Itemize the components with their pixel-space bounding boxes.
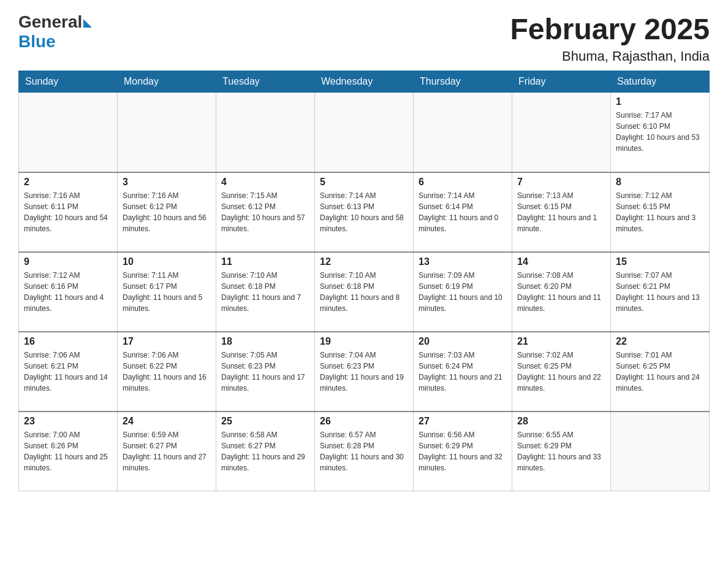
calendar-day-cell: 7Sunrise: 7:13 AMSunset: 6:15 PMDaylight… [512,172,611,252]
day-number: 5 [320,177,408,188]
day-number: 3 [123,177,211,188]
day-number: 14 [517,256,605,267]
calendar-day-cell: 1Sunrise: 7:17 AMSunset: 6:10 PMDaylight… [611,93,710,172]
calendar-day-cell: 11Sunrise: 7:10 AMSunset: 6:18 PMDayligh… [216,252,315,332]
day-of-week-header: Tuesday [216,71,315,93]
day-info: Sunrise: 7:07 AMSunset: 6:21 PMDaylight:… [616,270,704,314]
day-of-week-header: Monday [118,71,216,93]
day-number: 17 [123,336,211,347]
calendar-day-cell: 23Sunrise: 7:00 AMSunset: 6:26 PMDayligh… [19,412,118,491]
page-header: General Blue February 2025 Bhuma, Rajast… [18,12,710,64]
day-number: 26 [320,416,408,427]
day-info: Sunrise: 7:12 AMSunset: 6:16 PMDaylight:… [24,270,112,314]
day-info: Sunrise: 7:01 AMSunset: 6:25 PMDaylight:… [616,350,704,394]
day-info: Sunrise: 7:14 AMSunset: 6:14 PMDaylight:… [419,190,507,234]
day-number: 10 [123,256,211,267]
calendar-day-cell: 28Sunrise: 6:55 AMSunset: 6:29 PMDayligh… [512,412,611,491]
day-number: 19 [320,336,408,347]
day-number: 8 [616,177,704,188]
day-number: 15 [616,256,704,267]
calendar-day-cell [512,93,611,172]
day-info: Sunrise: 7:00 AMSunset: 6:26 PMDaylight:… [24,429,112,473]
day-number: 13 [419,256,507,267]
calendar-day-cell [19,93,118,172]
day-info: Sunrise: 7:03 AMSunset: 6:24 PMDaylight:… [419,350,507,394]
day-info: Sunrise: 7:15 AMSunset: 6:12 PMDaylight:… [221,190,309,234]
calendar-week-row: 1Sunrise: 7:17 AMSunset: 6:10 PMDaylight… [19,93,710,172]
day-number: 25 [221,416,309,427]
logo-general-text: General [18,12,82,32]
day-info: Sunrise: 7:11 AMSunset: 6:17 PMDaylight:… [123,270,211,314]
day-of-week-header: Wednesday [315,71,414,93]
day-info: Sunrise: 6:58 AMSunset: 6:27 PMDaylight:… [221,429,309,473]
day-info: Sunrise: 7:04 AMSunset: 6:23 PMDaylight:… [320,350,408,394]
calendar-day-cell [611,412,710,491]
day-number: 18 [221,336,309,347]
day-number: 27 [419,416,507,427]
calendar-day-cell [118,93,216,172]
calendar-day-cell: 25Sunrise: 6:58 AMSunset: 6:27 PMDayligh… [216,412,315,491]
logo-arrow-icon [83,19,92,28]
calendar-day-cell: 20Sunrise: 7:03 AMSunset: 6:24 PMDayligh… [414,332,512,412]
day-number: 12 [320,256,408,267]
day-number: 23 [24,416,112,427]
day-of-week-header: Friday [512,71,611,93]
calendar-day-cell: 16Sunrise: 7:06 AMSunset: 6:21 PMDayligh… [19,332,118,412]
calendar-header-row: SundayMondayTuesdayWednesdayThursdayFrid… [19,71,710,93]
day-number: 16 [24,336,112,347]
calendar-table: SundayMondayTuesdayWednesdayThursdayFrid… [18,71,710,491]
day-info: Sunrise: 7:02 AMSunset: 6:25 PMDaylight:… [517,350,605,394]
day-info: Sunrise: 6:55 AMSunset: 6:29 PMDaylight:… [517,429,605,473]
day-number: 24 [123,416,211,427]
calendar-day-cell: 18Sunrise: 7:05 AMSunset: 6:23 PMDayligh… [216,332,315,412]
day-info: Sunrise: 7:13 AMSunset: 6:15 PMDaylight:… [517,190,605,234]
day-info: Sunrise: 7:14 AMSunset: 6:13 PMDaylight:… [320,190,408,234]
day-info: Sunrise: 7:05 AMSunset: 6:23 PMDaylight:… [221,350,309,394]
day-of-week-header: Sunday [19,71,118,93]
calendar-day-cell: 12Sunrise: 7:10 AMSunset: 6:18 PMDayligh… [315,252,414,332]
calendar-day-cell: 10Sunrise: 7:11 AMSunset: 6:17 PMDayligh… [118,252,216,332]
day-info: Sunrise: 7:17 AMSunset: 6:10 PMDaylight:… [616,110,704,154]
calendar-day-cell: 22Sunrise: 7:01 AMSunset: 6:25 PMDayligh… [611,332,710,412]
day-info: Sunrise: 7:06 AMSunset: 6:21 PMDaylight:… [24,350,112,394]
calendar-day-cell: 3Sunrise: 7:16 AMSunset: 6:12 PMDaylight… [118,172,216,252]
day-info: Sunrise: 7:08 AMSunset: 6:20 PMDaylight:… [517,270,605,314]
day-info: Sunrise: 6:56 AMSunset: 6:29 PMDaylight:… [419,429,507,473]
calendar-day-cell: 26Sunrise: 6:57 AMSunset: 6:28 PMDayligh… [315,412,414,491]
calendar-day-cell [216,93,315,172]
day-number: 22 [616,336,704,347]
day-info: Sunrise: 7:16 AMSunset: 6:11 PMDaylight:… [24,190,112,234]
day-number: 21 [517,336,605,347]
day-number: 9 [24,256,112,267]
calendar-day-cell: 27Sunrise: 6:56 AMSunset: 6:29 PMDayligh… [414,412,512,491]
day-number: 28 [517,416,605,427]
day-number: 7 [517,177,605,188]
day-number: 2 [24,177,112,188]
calendar-title: February 2025 [510,12,710,46]
calendar-subtitle: Bhuma, Rajasthan, India [510,48,710,64]
day-number: 11 [221,256,309,267]
day-info: Sunrise: 7:10 AMSunset: 6:18 PMDaylight:… [221,270,309,314]
calendar-week-row: 16Sunrise: 7:06 AMSunset: 6:21 PMDayligh… [19,332,710,412]
day-info: Sunrise: 7:10 AMSunset: 6:18 PMDaylight:… [320,270,408,314]
calendar-day-cell: 24Sunrise: 6:59 AMSunset: 6:27 PMDayligh… [118,412,216,491]
day-info: Sunrise: 6:57 AMSunset: 6:28 PMDaylight:… [320,429,408,473]
calendar-day-cell: 17Sunrise: 7:06 AMSunset: 6:22 PMDayligh… [118,332,216,412]
day-info: Sunrise: 7:16 AMSunset: 6:12 PMDaylight:… [123,190,211,234]
calendar-day-cell: 21Sunrise: 7:02 AMSunset: 6:25 PMDayligh… [512,332,611,412]
calendar-day-cell: 2Sunrise: 7:16 AMSunset: 6:11 PMDaylight… [19,172,118,252]
calendar-day-cell: 4Sunrise: 7:15 AMSunset: 6:12 PMDaylight… [216,172,315,252]
calendar-day-cell: 5Sunrise: 7:14 AMSunset: 6:13 PMDaylight… [315,172,414,252]
day-number: 4 [221,177,309,188]
logo: General Blue [18,12,92,52]
day-info: Sunrise: 6:59 AMSunset: 6:27 PMDaylight:… [123,429,211,473]
calendar-day-cell [315,93,414,172]
calendar-day-cell: 8Sunrise: 7:12 AMSunset: 6:15 PMDaylight… [611,172,710,252]
day-of-week-header: Thursday [414,71,512,93]
day-number: 6 [419,177,507,188]
day-info: Sunrise: 7:09 AMSunset: 6:19 PMDaylight:… [419,270,507,314]
day-of-week-header: Saturday [611,71,710,93]
calendar-day-cell: 6Sunrise: 7:14 AMSunset: 6:14 PMDaylight… [414,172,512,252]
day-info: Sunrise: 7:06 AMSunset: 6:22 PMDaylight:… [123,350,211,394]
calendar-day-cell: 9Sunrise: 7:12 AMSunset: 6:16 PMDaylight… [19,252,118,332]
